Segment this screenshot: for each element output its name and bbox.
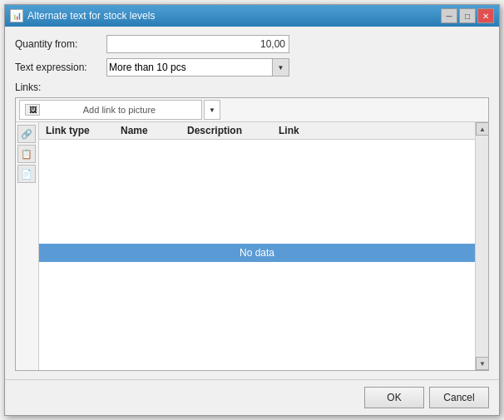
- links-body: 🔗 📋 📄 Link type Name Description Link No…: [16, 122, 488, 370]
- text-expression-row: Text expression: More than 10 pcs ▼: [15, 58, 489, 77]
- select-dropdown-btn[interactable]: ▼: [273, 58, 289, 77]
- quantity-label: Quantity from:: [15, 38, 106, 50]
- scroll-up-btn[interactable]: ▲: [476, 122, 488, 136]
- dialog-content: Quantity from: Text expression: More tha…: [5, 27, 499, 379]
- dialog-window: 📊 Alternate text for stock levels ─ □ ✕ …: [4, 4, 500, 416]
- minimize-button[interactable]: ─: [441, 8, 457, 23]
- table-header: Link type Name Description Link: [39, 122, 475, 140]
- dialog-footer: OK Cancel: [5, 379, 499, 415]
- col-name: Name: [114, 125, 180, 136]
- links-toolbar: 🖼 Add link to picture ▼: [16, 98, 488, 122]
- title-buttons: ─ □ ✕: [441, 8, 494, 23]
- cancel-button[interactable]: Cancel: [429, 387, 489, 408]
- quantity-row: Quantity from:: [15, 35, 489, 53]
- no-data-row: No data: [39, 244, 475, 262]
- scroll-track[interactable]: [476, 136, 488, 357]
- col-linktype: Link type: [39, 125, 114, 136]
- ok-button[interactable]: OK: [364, 387, 424, 408]
- dialog-title: Alternate text for stock levels: [27, 10, 155, 22]
- table-body: No data: [39, 140, 475, 370]
- image-icon: 🖼: [25, 104, 40, 116]
- text-expression-select[interactable]: More than 10 pcs: [106, 58, 273, 77]
- maximize-button[interactable]: □: [459, 8, 476, 23]
- links-side-icons: 🔗 📋 📄: [16, 122, 39, 370]
- links-table-area: Link type Name Description Link No data: [39, 122, 475, 370]
- title-bar-left: 📊 Alternate text for stock levels: [10, 9, 155, 22]
- scrollbar: ▲ ▼: [475, 122, 488, 370]
- add-link-label: Add link to picture: [42, 105, 196, 115]
- link-type-icon[interactable]: 🔗: [17, 125, 36, 143]
- add-link-picture-button[interactable]: 🖼 Add link to picture: [19, 100, 202, 120]
- title-bar: 📊 Alternate text for stock levels ─ □ ✕: [5, 5, 499, 27]
- col-link: Link: [272, 125, 475, 136]
- scroll-down-btn[interactable]: ▼: [476, 357, 488, 370]
- text-expression-label: Text expression:: [15, 62, 106, 73]
- col-description: Description: [180, 125, 272, 136]
- paste-icon[interactable]: 📄: [17, 165, 36, 183]
- links-section: 🖼 Add link to picture ▼ 🔗 📋 📄 Link type: [15, 97, 489, 371]
- links-label: Links:: [15, 82, 489, 93]
- add-link-dropdown-btn[interactable]: ▼: [204, 100, 220, 120]
- dialog-icon: 📊: [10, 9, 23, 22]
- copy-icon[interactable]: 📋: [17, 145, 36, 163]
- close-button[interactable]: ✕: [477, 8, 494, 23]
- quantity-input[interactable]: [106, 35, 289, 53]
- text-expression-wrapper: More than 10 pcs ▼: [106, 58, 289, 77]
